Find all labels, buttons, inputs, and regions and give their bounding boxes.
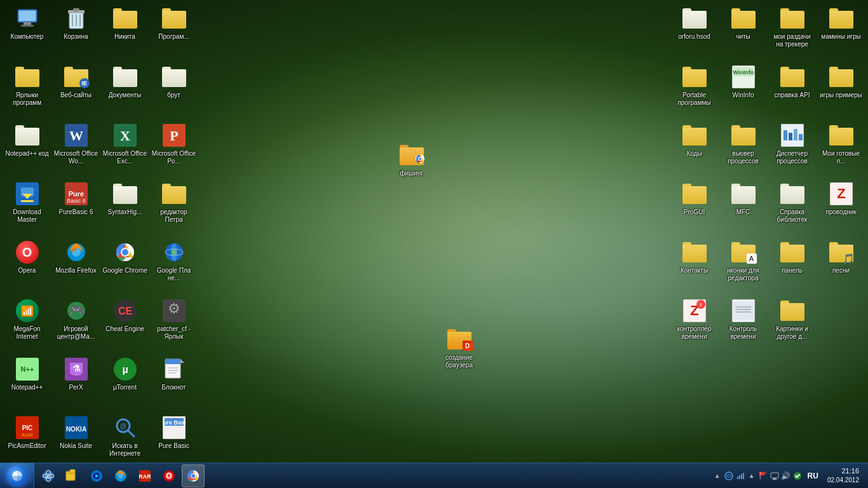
- icon-ms-powerpoint[interactable]: P Microsoft Office Po...: [150, 120, 198, 177]
- svg-rect-127: [739, 475, 740, 479]
- icon-folder-progui[interactable]: ProGUI: [670, 179, 718, 236]
- icon-folder-nikita[interactable]: Никита: [101, 3, 149, 60]
- icon-purebasic[interactable]: Pure Basic 6 PureBasic 6: [52, 179, 100, 236]
- tray-monitor[interactable]: [770, 471, 780, 481]
- taskbar-clock[interactable]: 21:16 02.04.2012: [824, 465, 863, 486]
- svg-text:O: O: [166, 471, 172, 480]
- icon-folder-mfc[interactable]: MFC: [719, 179, 767, 236]
- svg-text:@: @: [120, 423, 126, 430]
- icon-cheat-engine[interactable]: CE Cheat Engine: [101, 295, 149, 353]
- icon-folder-docs[interactable]: Документы: [101, 62, 149, 119]
- icon-folder-vyuver[interactable]: вьювер процессов: [719, 120, 767, 177]
- tray-volume[interactable]: 🔊: [781, 471, 791, 481]
- svg-line-56: [128, 430, 134, 437]
- icon-nokia[interactable]: NOKIA Nokia Suite: [52, 412, 100, 470]
- icon-folder-shortcuts[interactable]: Ярлыки программ: [3, 62, 51, 119]
- icon-task-manager[interactable]: Диспетчер процессов: [768, 120, 816, 177]
- taskbar-winrar[interactable]: RAR: [133, 464, 156, 487]
- icon-folder-moi-gotovye[interactable]: Мои готовые п...: [817, 120, 865, 177]
- icon-folder-editor-peter[interactable]: редактор Петра: [150, 179, 198, 236]
- icon-folder-ikonki[interactable]: A иконки для редактора: [719, 237, 767, 294]
- taskbar-opera[interactable]: O: [158, 464, 180, 487]
- svg-rect-110: [66, 473, 75, 474]
- icon-fishingg[interactable]: фишинг: [388, 140, 435, 180]
- icon-folder-panel[interactable]: панель: [768, 237, 816, 294]
- tray-flag[interactable]: 🚩: [758, 471, 768, 481]
- icon-folder-brut[interactable]: брут: [150, 62, 198, 119]
- taskbar-right: ▲ ▲ 🚩: [707, 463, 868, 488]
- svg-rect-126: [737, 477, 738, 479]
- icon-folder-kody[interactable]: Коды: [670, 120, 718, 177]
- icon-trash[interactable]: Корзина: [52, 3, 100, 60]
- icon-opera[interactable]: O Opera: [3, 237, 51, 294]
- icon-perx[interactable]: ⚗ PerX: [52, 354, 100, 411]
- icon-folder-orforu[interactable]: orforu.hsod: [670, 3, 718, 60]
- svg-text:ASM: ASM: [22, 432, 33, 438]
- icon-folder-pesni[interactable]: 🎵 песни: [817, 237, 865, 294]
- icon-folder-chity[interactable]: читы: [719, 3, 767, 60]
- icon-wininfo[interactable]: WinInfo WinInfo: [719, 62, 767, 119]
- desktop-icons-left: Компьютер Корзина Никита Програм...: [3, 3, 198, 488]
- taskbar-media-player[interactable]: [85, 464, 108, 487]
- icon-computer[interactable]: Компьютер: [3, 3, 51, 60]
- svg-point-125: [725, 472, 733, 480]
- icon-folder-spravka-bibl[interactable]: Справка библиотек: [768, 179, 816, 236]
- icon-game-center[interactable]: 🎮 Игровой центр@Ма...: [52, 295, 100, 353]
- icon-megafon[interactable]: 📶 MegaFon Internet: [3, 295, 51, 353]
- icon-ms-excel[interactable]: X Microsoft Office Exc...: [101, 120, 149, 177]
- icon-picasm[interactable]: PIC ASM PicAsmEditor: [3, 412, 51, 470]
- icon-folder-igry-primery[interactable]: игры примеры: [817, 62, 865, 119]
- icon-sozdat-brauzer[interactable]: D создание браузера: [435, 324, 483, 372]
- icon-folder-websites[interactable]: IE Веб-сайты: [52, 62, 100, 119]
- icon-download-master[interactable]: Download Master: [3, 179, 51, 236]
- tray-network[interactable]: [735, 471, 745, 481]
- icon-folder-notepadcode[interactable]: Notepad++ код: [3, 120, 51, 177]
- taskbar-ie[interactable]: e: [37, 464, 60, 487]
- svg-rect-3: [21, 25, 34, 27]
- svg-point-31: [172, 250, 177, 255]
- icon-search-internet[interactable]: @ Искать в Интернете: [101, 412, 149, 470]
- system-tray: ▲ ▲ 🚩: [712, 471, 803, 481]
- desktop-icons-right: orforu.hsod читы мои раздачи на трекере …: [670, 3, 865, 353]
- start-orb: [6, 465, 28, 487]
- tray-expand[interactable]: ▲: [747, 471, 757, 481]
- icon-kontrol-vremeni[interactable]: Контроль времени: [719, 295, 767, 353]
- start-button[interactable]: [0, 463, 34, 489]
- icon-folder-kartinki[interactable]: Картинки и другое д...: [768, 295, 816, 353]
- icon-notepad[interactable]: Блокнот: [150, 354, 198, 411]
- icon-folder-moi-razdachi[interactable]: мои раздачи на трекере: [768, 3, 816, 60]
- icon-folder-maminy-igry[interactable]: мамины игры: [817, 3, 865, 60]
- taskbar-language[interactable]: RU: [805, 470, 821, 482]
- svg-rect-97: [733, 302, 754, 320]
- svg-text:Z: Z: [837, 186, 845, 201]
- taskbar-chrome[interactable]: [182, 464, 205, 487]
- icon-provodnik[interactable]: Z проводник: [817, 179, 865, 236]
- tray-up-arrow[interactable]: ▲: [712, 471, 722, 481]
- svg-point-27: [122, 249, 128, 255]
- svg-text:CE: CE: [118, 306, 132, 316]
- tray-security[interactable]: [792, 471, 803, 481]
- svg-text:P: P: [170, 128, 178, 144]
- taskbar-explorer[interactable]: [61, 464, 84, 487]
- tray-network-monitor[interactable]: [724, 471, 734, 481]
- icon-folder-spravka-api[interactable]: справка API: [768, 62, 816, 119]
- icon-folder-kontakty[interactable]: Контакты: [670, 237, 718, 294]
- icon-folder-portable[interactable]: Portable программы: [670, 62, 718, 119]
- svg-text:µ: µ: [122, 364, 128, 375]
- icon-ms-word[interactable]: W Microsoft Office Wo...: [52, 120, 100, 177]
- svg-rect-130: [771, 473, 778, 478]
- icon-controller-vremeni[interactable]: Z ! контроллёр времени: [670, 295, 718, 353]
- icon-chrome[interactable]: Google Chrome: [101, 237, 149, 294]
- taskbar-firefox[interactable]: [109, 464, 132, 487]
- icon-firefox[interactable]: Mozilla Firefox: [52, 237, 100, 294]
- icon-utorrent[interactable]: µ µTorrent: [101, 354, 149, 411]
- svg-rect-111: [70, 470, 75, 473]
- icon-folder-syntaxhig[interactable]: SyntaxHig...: [101, 179, 149, 236]
- icon-purebasic2[interactable]: Pure Basic Pure Basic: [150, 412, 198, 470]
- icon-google-earth[interactable]: Google Пла не...: [150, 237, 198, 294]
- icon-folder-programs[interactable]: Програм...: [150, 3, 198, 60]
- taskbar: e: [0, 463, 868, 488]
- icon-patcher[interactable]: ⚙ patcher_cf - Ярлык: [150, 295, 198, 353]
- svg-point-103: [419, 158, 421, 160]
- icon-notepadpp[interactable]: N++ Notepad++: [3, 354, 51, 411]
